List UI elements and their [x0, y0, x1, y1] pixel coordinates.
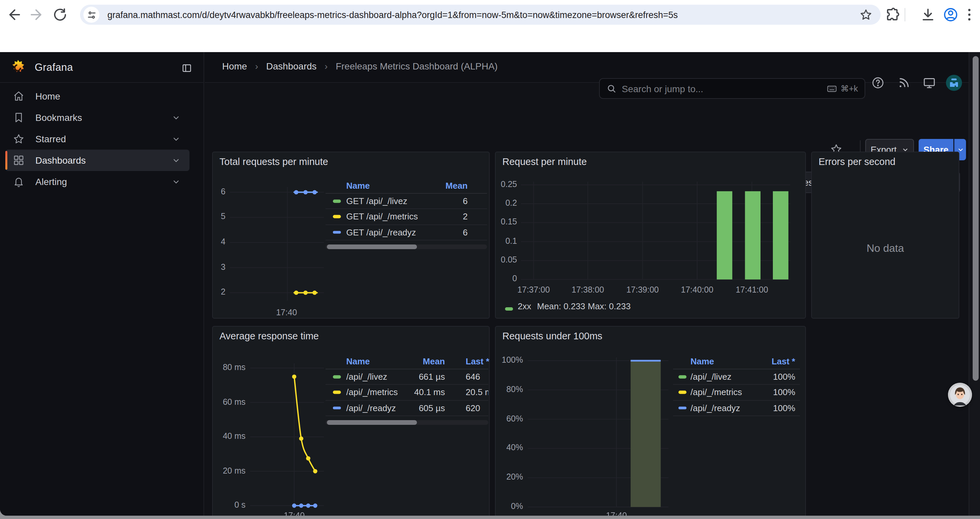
user-avatar[interactable] [946, 75, 962, 91]
breadcrumb-separator: › [255, 61, 258, 72]
legend-row: /api/_/livez100% [673, 369, 800, 385]
window-scrollbar[interactable] [969, 52, 980, 516]
legend-cell-name[interactable]: /api/_/readyz [690, 403, 740, 413]
series-color-swatch [678, 375, 686, 378]
app-title: Grafana [35, 61, 73, 73]
bookmark-star-icon[interactable] [859, 8, 873, 21]
legend-stat: Mean: 0.233 [537, 301, 585, 311]
y-axis-tick: 4 [196, 237, 226, 246]
y-axis-tick: 0 [488, 274, 517, 284]
site-settings-icon[interactable] [83, 7, 99, 23]
help-icon[interactable] [871, 76, 885, 89]
legend-scrollbar[interactable] [326, 244, 487, 249]
y-axis-tick: 0.1 [488, 236, 517, 246]
home-icon [13, 90, 25, 102]
sidebar-toggle-icon[interactable] [181, 63, 192, 73]
bookmark-icon [13, 112, 25, 124]
sidebar-item-starred[interactable]: Starred [5, 128, 189, 150]
y-axis-tick: 0 s [216, 500, 245, 509]
url-text[interactable]: grafana.mathmast.com/d/deytv4rwavabkb/fr… [107, 10, 859, 20]
legend-series-name[interactable]: 2xx [518, 301, 531, 311]
search-input[interactable] [622, 83, 827, 94]
legend-row: GET /api/_/readyz6 [326, 225, 487, 241]
legend-row: /api/_/livez661 µs646 [326, 369, 488, 385]
breadcrumb-home[interactable]: Home [222, 61, 247, 72]
reload-icon[interactable] [52, 7, 68, 23]
y-axis-tick: 0.05 [488, 255, 517, 265]
legend-cell-name[interactable]: GET /api/_/metrics [346, 212, 418, 222]
legend-cell-name[interactable]: /api/_/readyz [346, 403, 396, 413]
profile-icon[interactable] [943, 7, 959, 23]
screen: grafana.mathmast.com/d/deytv4rwavabkb/fr… [0, 0, 980, 519]
avatar-image [948, 383, 972, 407]
sidebar: Grafana HomeBookmarksStarredDashboardsAl… [0, 52, 204, 516]
breadcrumb-separator: › [325, 61, 328, 72]
legend-cell-name[interactable]: GET /api/_/readyz [346, 227, 416, 237]
y-axis-tick: 60% [494, 414, 523, 423]
extensions-icon[interactable] [885, 7, 900, 23]
assistant-avatar-button[interactable] [948, 383, 972, 407]
forward-icon[interactable] [28, 7, 44, 23]
legend-table: NameMeanLast */api/_/livez661 µs646/api/… [326, 353, 488, 416]
legend-row: GET /api/_/livez6 [326, 194, 487, 209]
y-axis-tick: 0% [494, 501, 523, 511]
chevron-down-icon[interactable] [172, 156, 180, 164]
scrollbar-thumb[interactable] [973, 56, 978, 381]
back-icon[interactable] [7, 7, 23, 23]
monitor-kiosk-icon[interactable] [923, 76, 936, 89]
search-bar[interactable]: ⌘+k [599, 78, 865, 99]
download-icon[interactable] [920, 7, 936, 23]
sidebar-item-bookmarks[interactable]: Bookmarks [5, 107, 189, 128]
legend-column-header[interactable]: Mean [423, 356, 445, 366]
legend-column-header[interactable]: Name [346, 356, 370, 366]
legend-cell-mean: 6 [463, 227, 468, 237]
legend-cell-name[interactable]: /api/_/livez [690, 372, 732, 382]
legend-cell-mean: 605 µs [418, 403, 445, 413]
legend-cell-name[interactable]: /api/_/metrics [690, 387, 742, 398]
panel-request-per-minute: Request per minute 0.250.20.150.10.05017… [495, 152, 806, 319]
breadcrumb-dashboards[interactable]: Dashboards [266, 61, 317, 72]
search-icon [606, 83, 616, 94]
legend-scrollbar-thumb[interactable] [327, 420, 417, 425]
y-axis-tick: 5 [196, 212, 226, 222]
news-rss-icon[interactable] [897, 76, 911, 89]
legend-cell-last: 100% [773, 403, 795, 413]
x-axis-tick: 17:41:00 [722, 285, 782, 295]
chevron-down-icon[interactable] [172, 113, 180, 121]
browser-toolbar: grafana.mathmast.com/d/deytv4rwavabkb/fr… [0, 0, 980, 29]
legend-cell-name[interactable]: GET /api/_/livez [346, 196, 407, 206]
legend-cell-name[interactable]: /api/_/metrics [346, 387, 398, 398]
y-axis-tick: 2 [196, 287, 226, 297]
chevron-down-icon[interactable] [172, 135, 180, 143]
toolbar-divider [905, 8, 905, 21]
y-axis-tick: 0.25 [488, 179, 517, 189]
sidebar-item-alerting[interactable]: Alerting [5, 171, 189, 192]
p3-chart[interactable] [812, 152, 959, 318]
legend-column-header[interactable]: Name [690, 356, 714, 366]
legend-column-header[interactable]: Mean [445, 180, 468, 190]
legend-row: /api/_/metrics40.1 ms20.5 m [326, 385, 488, 401]
sidebar-item-label: Bookmarks [35, 112, 82, 123]
url-bar[interactable]: grafana.mathmast.com/d/deytv4rwavabkb/fr… [80, 5, 881, 25]
legend-scrollbar[interactable] [326, 420, 488, 425]
x-axis-tick: 17:40 [586, 511, 646, 516]
sidebar-item-home[interactable]: Home [5, 86, 189, 107]
legend-column-header[interactable]: Last * [772, 356, 795, 366]
y-axis-tick: 80% [494, 385, 523, 394]
x-axis-tick: 17:37:00 [504, 285, 564, 295]
grafana-logo-icon[interactable] [10, 59, 27, 76]
browser-menu-icon[interactable] [961, 7, 977, 23]
legend-column-header[interactable]: Last * [466, 356, 489, 366]
x-axis-tick: 17:40 [256, 308, 317, 317]
keyboard-icon [827, 83, 837, 94]
sidebar-item-label: Home [35, 91, 60, 102]
legend-cell-last: 100% [773, 372, 795, 382]
series-color-swatch [333, 231, 341, 234]
legend-cell-name[interactable]: /api/_/livez [346, 372, 387, 382]
panel-average-response-time: Average response time 80 ms60 ms40 ms20 … [212, 326, 490, 516]
chevron-down-icon[interactable] [172, 178, 180, 186]
legend-cell-mean: 40.1 ms [414, 387, 445, 398]
legend-column-header[interactable]: Name [346, 180, 370, 190]
sidebar-item-dashboards[interactable]: Dashboards [5, 150, 189, 171]
legend-scrollbar-thumb[interactable] [327, 244, 417, 249]
